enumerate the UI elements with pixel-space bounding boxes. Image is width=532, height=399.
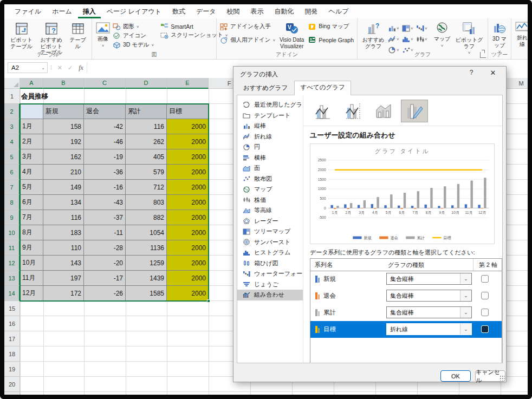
get-addins-button[interactable]: アドインを入手 (220, 23, 275, 30)
3d-map-button[interactable]: 3D マップ ˅ (491, 21, 508, 54)
table-header-cell[interactable]: 累計 (126, 104, 167, 119)
chart-type-item-combo[interactable]: 組み合わせ (237, 290, 303, 300)
row-header-9[interactable]: 9 (4, 210, 20, 225)
insert-histogram-chart-button[interactable]: ˅ (402, 34, 416, 44)
ribbon-tab-0[interactable]: ファイル (10, 5, 46, 18)
chart-type-dropdown[interactable]: 集合縦棒⌄ (386, 273, 472, 285)
row-header-10[interactable]: 10 (4, 225, 20, 240)
chart-type-item-surface[interactable]: 等高線 (237, 205, 303, 216)
column-header-B[interactable]: B (43, 78, 84, 89)
row-header-16[interactable]: 16 (4, 316, 20, 331)
cell[interactable]: 1585 (126, 286, 167, 301)
cell[interactable]: -11 (84, 225, 126, 240)
cell[interactable]: -26 (84, 286, 126, 301)
confirm-entry-icon[interactable]: ✓ (68, 64, 73, 71)
cancel-entry-icon[interactable]: ✕ (57, 64, 62, 71)
insert-waterfall-chart-button[interactable]: ˅ (416, 23, 430, 34)
series-row-4[interactable]: 目標折れ線⌄ (310, 321, 502, 338)
chart-type-dropdown[interactable]: 折れ線⌄ (386, 323, 472, 335)
cell[interactable]: 2000 (167, 119, 209, 134)
cell[interactable]: -20 (84, 256, 126, 271)
cell[interactable]: 110 (43, 240, 84, 256)
row-header-6[interactable]: 6 (4, 165, 20, 180)
chart-type-item-sunburst[interactable]: サンバースト (237, 237, 303, 248)
cell[interactable]: -46 (84, 134, 126, 149)
chart-type-item-histogram[interactable]: ヒストグラム (237, 247, 303, 258)
ribbon-tab-6[interactable]: 校閲 (222, 5, 245, 18)
ribbon-tab-4[interactable]: 数式 (167, 5, 190, 18)
3d-models-button[interactable]: 3D モデル˅ (113, 41, 154, 49)
cell[interactable]: -19 (84, 149, 126, 165)
table-header-cell[interactable]: 目標 (167, 104, 209, 119)
table-header-cell[interactable]: 退会 (84, 104, 126, 119)
row-header-13[interactable]: 13 (4, 271, 20, 286)
recommended-pivottables-button[interactable]: ? おすすめピボットテーブル (37, 21, 65, 56)
ribbon-tab-8[interactable]: 自動化 (270, 5, 299, 18)
series-row-2[interactable]: 退会集合縦棒⌄ (310, 287, 502, 304)
chart-type-item-funnel[interactable]: じょうご (237, 279, 303, 290)
cell[interactable]: -28 (84, 240, 126, 256)
row-header-1[interactable]: 1 (4, 89, 20, 104)
cell[interactable]: 1月 (20, 119, 43, 134)
column-header-D[interactable]: D (126, 78, 167, 89)
cell[interactable]: 882 (126, 210, 167, 225)
row-header-4[interactable]: 4 (4, 134, 20, 149)
cell[interactable]: 2000 (167, 165, 209, 180)
cell[interactable]: 6月 (20, 195, 43, 210)
shapes-button[interactable]: 図形˅ (113, 23, 154, 30)
cell[interactable]: 2000 (167, 134, 209, 149)
chart-type-item-barh[interactable]: 横棒 (237, 153, 303, 163)
bing-maps-button[interactable]: Bing マップ (308, 23, 354, 30)
chart-type-item-template[interactable]: テンプレート (237, 110, 303, 121)
combo-subtype-clustered-column-line[interactable] (310, 100, 337, 122)
row-header-14[interactable]: 14 (4, 286, 20, 301)
cell[interactable]: 192 (43, 134, 84, 149)
ribbon-tab-10[interactable]: ヘルプ (324, 5, 354, 18)
dialog-resize-grip[interactable] (499, 375, 505, 381)
table-button[interactable]: テーブル (67, 21, 88, 49)
cell[interactable]: 4月 (20, 165, 43, 180)
table-header-cell[interactable]: 新規 (43, 104, 84, 119)
cell[interactable]: 172 (43, 286, 84, 301)
cell[interactable]: 1054 (126, 225, 167, 240)
active-cell-A2[interactable] (20, 104, 43, 119)
secondary-axis-checkbox[interactable] (481, 275, 489, 283)
chart-type-item-line[interactable]: 折れ線 (237, 132, 303, 142)
cell[interactable]: 134 (43, 195, 84, 210)
combo-subtype-clustered-column-line-secondary-axis[interactable] (340, 100, 367, 122)
insert-column-chart-button[interactable]: ˅ (388, 23, 402, 34)
charts-dialog-launcher-icon[interactable] (480, 52, 486, 58)
cell[interactable]: 1259 (126, 256, 167, 271)
chart-type-item-scatter[interactable]: 散布図 (237, 174, 303, 185)
row-header-8[interactable]: 8 (4, 195, 20, 210)
sparkline-line-button[interactable]: 折れ線 (515, 21, 528, 47)
cell[interactable]: 2月 (20, 134, 43, 149)
chart-type-item-area[interactable]: 面 (237, 163, 303, 174)
dialog-tab-recommended-charts[interactable]: おすすめグラフ (238, 82, 293, 95)
cell[interactable]: 1439 (126, 271, 167, 286)
chart-type-item-pie[interactable]: 円 (237, 142, 303, 153)
chart-type-item-radar[interactable]: レーダー (237, 216, 303, 227)
secondary-axis-checkbox[interactable] (481, 325, 489, 333)
dialog-help-button[interactable]: ? (465, 69, 478, 79)
insert-stock-chart-button[interactable]: ˅ (416, 34, 430, 44)
cell[interactable]: 11月 (20, 271, 43, 286)
chart-type-item-column[interactable]: 縦棒 (237, 121, 303, 132)
series-row-1[interactable]: 新規集合縦棒⌄ (310, 271, 502, 287)
cell[interactable]: 8月 (20, 225, 43, 240)
pivottable-button[interactable]: ピボットテーブル (8, 21, 35, 49)
cell[interactable]: -16 (84, 180, 126, 195)
row-header-21[interactable]: 21 (4, 392, 20, 395)
people-graph-button[interactable]: People Graph (308, 36, 354, 43)
pictures-button[interactable]: 画像 ˅ (95, 21, 111, 48)
row-header-17[interactable]: 17 (4, 331, 20, 346)
chart-type-dropdown[interactable]: 集合縦棒⌄ (386, 290, 472, 302)
cell[interactable]: -42 (84, 119, 126, 134)
cell[interactable]: 2000 (167, 180, 209, 195)
cell[interactable]: 5月 (20, 180, 43, 195)
row-header-5[interactable]: 5 (4, 149, 20, 165)
series-row-3[interactable]: 累計集合縦棒⌄ (310, 304, 502, 321)
cell[interactable]: 2000 (167, 149, 209, 165)
cell[interactable]: 116 (43, 210, 84, 225)
cell[interactable]: 9月 (20, 240, 43, 256)
